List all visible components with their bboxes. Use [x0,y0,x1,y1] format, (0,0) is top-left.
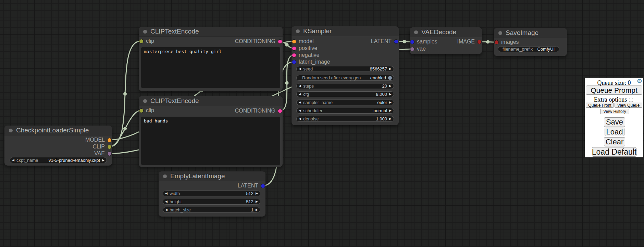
widget-cfg[interactable]: ◀ cfg 8.000 ▶ [296,91,394,97]
port-dot-conditioning[interactable] [278,40,282,43]
collapse-dot-icon[interactable] [163,174,167,178]
collapse-dot-icon[interactable] [143,30,147,34]
widget-width[interactable]: ◀ width 512 ▶ [163,191,260,196]
widget-batch-size[interactable]: ◀ batch_size 1 ▶ [163,207,260,213]
increment-arrow-icon[interactable]: ▶ [387,93,394,96]
widget-denoise[interactable]: ◀ denoise 1.000 ▶ [296,116,394,122]
output-port-conditioning[interactable]: CONDITIONING [139,107,282,114]
node-title-bar[interactable]: VAEDecode [410,27,482,37]
port-dot-latent[interactable] [394,40,398,43]
decrement-arrow-icon[interactable]: ◀ [297,67,303,70]
queue-front-button[interactable]: Queue Front [586,103,614,108]
widget-ckpt-name[interactable]: ◀ ckpt_name v1-5-pruned-emaonly.ckpt ▶ [10,157,107,163]
node-graph-canvas[interactable]: CheckpointLoaderSimple MODEL CLIP VAE ◀ … [0,0,644,247]
port-dot-clip[interactable] [108,145,111,149]
increment-arrow-icon[interactable]: ▶ [387,109,394,112]
widget-sampler-name[interactable]: ◀ sampler_name euler ▶ [296,100,394,105]
node-vae-decode[interactable]: VAEDecode samples vae IMAGE [410,27,482,54]
collapse-dot-icon[interactable] [9,129,13,132]
decrement-arrow-icon[interactable]: ◀ [297,109,303,112]
node-empty-latent-image[interactable]: EmptyLatentImage LATENT ◀ width 512 ▶ ◀ … [159,171,265,217]
port-dot-image[interactable] [495,40,498,44]
node-title-bar[interactable]: CLIPTextEncode [139,96,283,106]
collapse-dot-icon[interactable] [414,30,418,34]
node-title-bar[interactable]: SaveImage [494,28,567,38]
output-port-latent[interactable]: LATENT [292,38,398,45]
collapse-dot-icon[interactable] [498,31,502,35]
port-dot-conditioning[interactable] [278,109,282,113]
decrement-arrow-icon[interactable]: ◀ [163,208,170,211]
decrement-arrow-icon[interactable]: ◀ [297,93,303,96]
widget-filename-prefix[interactable]: filename_prefix ComfyUI [498,46,559,52]
increment-arrow-icon[interactable]: ▶ [387,84,394,88]
load-button[interactable]: Load [605,128,624,136]
output-port-vae[interactable]: VAE [5,150,111,157]
widget-seed[interactable]: ◀ seed 8566257 ▶ [296,66,394,72]
node-title-bar[interactable]: CLIPTextEncode [139,27,283,37]
increment-arrow-icon[interactable]: ▶ [100,159,107,162]
port-dot-vae[interactable] [410,47,414,51]
port-label: images [501,39,519,45]
port-dot-latent[interactable] [292,60,296,64]
port-dot-conditioning[interactable] [292,53,296,57]
output-port-latent[interactable]: LATENT [159,182,265,189]
port-dot-latent[interactable] [261,184,265,188]
widget-label: filename_prefix [503,47,533,51]
extra-options-checkbox[interactable] [629,98,633,102]
output-port-clip[interactable]: CLIP [5,143,111,150]
output-port-model[interactable]: MODEL [5,136,111,143]
node-clip-text-encode-positive[interactable]: CLIPTextEncode clip CONDITIONING masterp… [139,27,283,91]
widget-random-seed-toggle[interactable]: Random seed after every gen enabled [296,75,394,81]
widget-value: enabled [370,76,386,80]
increment-arrow-icon[interactable]: ▶ [387,117,394,120]
port-dot-model[interactable] [108,138,111,142]
node-title-bar[interactable]: KSampler [292,26,399,36]
decrement-arrow-icon[interactable]: ◀ [297,101,303,104]
widget-steps[interactable]: ◀ steps 20 ▶ [296,83,394,89]
increment-arrow-icon[interactable]: ▶ [253,208,260,211]
node-checkpoint-loader[interactable]: CheckpointLoaderSimple MODEL CLIP VAE ◀ … [4,126,112,166]
output-port-conditioning[interactable]: CONDITIONING [139,38,282,45]
widget-value: euler [377,100,387,105]
input-port-negative[interactable]: negative [292,52,398,58]
decrement-arrow-icon[interactable]: ◀ [297,117,303,120]
decrement-arrow-icon[interactable]: ◀ [297,84,303,88]
port-dot-image[interactable] [478,40,481,44]
clear-button[interactable]: Clear [604,137,625,146]
increment-arrow-icon[interactable]: ▶ [387,67,394,70]
collapse-dot-icon[interactable] [296,29,300,33]
node-title-bar[interactable]: CheckpointLoaderSimple [4,126,112,135]
collapse-dot-icon[interactable] [143,99,147,103]
view-history-button[interactable]: View History [600,109,629,114]
node-title-bar[interactable]: EmptyLatentImage [159,171,265,181]
widget-height[interactable]: ◀ height 512 ▶ [163,199,260,205]
node-ksampler[interactable]: KSampler model positive negative latent_… [292,26,399,125]
increment-arrow-icon[interactable]: ▶ [387,101,394,104]
toggle-dot-icon[interactable] [388,76,392,80]
widget-label: denoise [303,117,319,121]
decrement-arrow-icon[interactable]: ◀ [10,159,16,162]
decrement-arrow-icon[interactable]: ◀ [163,200,170,203]
widget-scheduler[interactable]: ◀ scheduler normal ▶ [296,108,394,114]
decrement-arrow-icon[interactable]: ◀ [163,192,170,195]
widget-label: scheduler [303,108,322,113]
input-port-positive[interactable]: positive [292,45,398,52]
input-port-images[interactable]: images [495,39,566,46]
node-save-image[interactable]: SaveImage images filename_prefix ComfyUI [494,28,567,56]
input-port-latent-image[interactable]: latent_image [292,58,398,65]
port-dot-conditioning[interactable] [292,47,296,50]
port-dot-vae[interactable] [108,152,111,156]
load-default-button[interactable]: Load Default [592,147,636,157]
view-queue-button[interactable]: View Queue [615,103,642,108]
increment-arrow-icon[interactable]: ▶ [253,200,260,203]
output-port-image[interactable]: IMAGE [410,38,481,45]
increment-arrow-icon[interactable]: ▶ [253,192,260,195]
prompt-textarea[interactable]: bad hands [141,117,280,165]
save-button[interactable]: Save [604,117,625,127]
queue-prompt-button[interactable]: Queue Prompt [586,86,642,95]
widget-label: width [170,191,180,196]
settings-gear-icon[interactable]: ⚙ [637,78,642,84]
node-clip-text-encode-negative[interactable]: CLIPTextEncode clip CONDITIONING bad han… [139,96,283,167]
input-port-vae[interactable]: vae [410,46,481,52]
prompt-textarea[interactable]: masterpiece best quality girl [141,47,280,88]
